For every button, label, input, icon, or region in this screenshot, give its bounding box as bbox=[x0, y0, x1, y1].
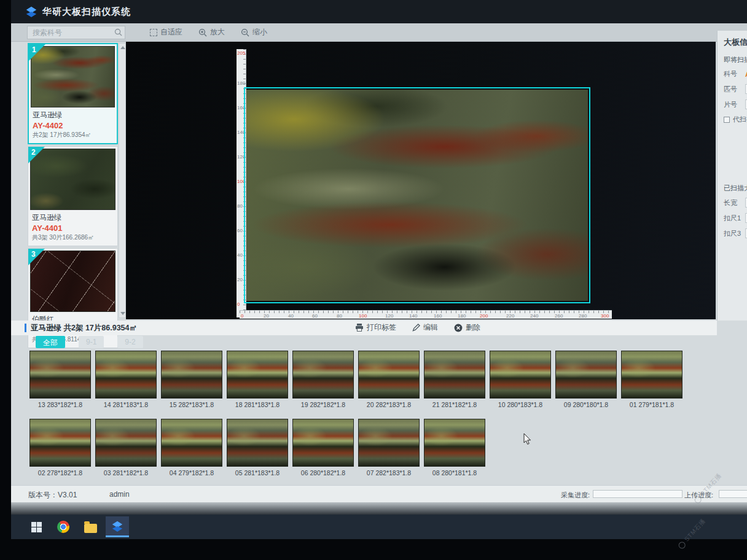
selection-rectangle[interactable] bbox=[244, 87, 590, 303]
delete-button[interactable]: 删除 bbox=[454, 322, 480, 333]
slab-thumbnail[interactable] bbox=[30, 149, 115, 210]
piece-thumbnail[interactable] bbox=[555, 351, 617, 399]
code-label: 科号 bbox=[724, 69, 742, 79]
zoom-out-button[interactable]: 缩小 bbox=[241, 27, 267, 37]
sidebar-scrollbar[interactable] bbox=[119, 43, 126, 318]
delete-icon bbox=[454, 324, 463, 332]
piece-thumbnail[interactable] bbox=[621, 351, 682, 399]
piece-thumbnail[interactable] bbox=[227, 419, 288, 467]
browser-taskbar-button[interactable] bbox=[52, 516, 75, 537]
chrome-icon bbox=[57, 521, 69, 533]
explorer-taskbar-button[interactable] bbox=[79, 516, 102, 537]
windows-icon bbox=[31, 522, 42, 532]
slab-name: 亚马逊绿 bbox=[30, 210, 115, 223]
slab-card-2[interactable]: 2 亚马逊绿 AY-4401 共3架 30片166.2686㎡ bbox=[28, 146, 118, 246]
edit-button[interactable]: 编辑 bbox=[412, 322, 438, 333]
piece-thumbnail[interactable] bbox=[358, 351, 420, 399]
toolbar: 自适应 放大 缩小 bbox=[11, 23, 747, 42]
piece-item[interactable]: 18 281*183*1.8 bbox=[227, 351, 288, 408]
zoom-out-icon bbox=[241, 28, 249, 37]
piece-item[interactable]: 20 282*183*1.8 bbox=[358, 351, 420, 408]
piece-thumbnail[interactable] bbox=[292, 419, 354, 467]
scan-canvas[interactable]: 205 180 160 140 120 100 80 60 40 20 0 0 … bbox=[126, 42, 716, 319]
section-next-scan: 即将扫描 bbox=[724, 55, 747, 64]
version-text: 版本号：V3.01 bbox=[28, 490, 77, 500]
piece-item[interactable]: 06 280*182*1.8 bbox=[292, 419, 354, 476]
app-logo-icon bbox=[26, 6, 37, 17]
tab-rack-1[interactable]: 9-1 bbox=[79, 336, 104, 348]
proxy-scan-checkbox[interactable] bbox=[724, 117, 730, 123]
piece-thumbnail[interactable] bbox=[292, 351, 354, 399]
status-bar: 版本号：V3.01 admin 采集进度: 上传进度: bbox=[11, 485, 747, 502]
zoom-in-button[interactable]: 放大 bbox=[198, 27, 225, 37]
slab-card-1[interactable]: 1 亚马逊绿 AY-4402 共2架 17片86.9354㎡ bbox=[28, 43, 118, 144]
deduct1-label: 扣尺1 bbox=[724, 214, 742, 223]
proxy-scan-label: 代扫描 bbox=[733, 115, 747, 124]
piece-thumbnail[interactable] bbox=[161, 351, 222, 399]
piece-item[interactable]: 05 281*183*1.8 bbox=[227, 419, 288, 476]
logged-in-user: admin bbox=[109, 490, 130, 499]
piece-thumbnail[interactable] bbox=[358, 419, 420, 467]
slab-info: 共2架 17片86.9354㎡ bbox=[31, 130, 115, 141]
slab-code: AY-4401 bbox=[30, 223, 115, 233]
piece-grid-row2: 02 278*182*1.8 03 281*182*1.8 04 279*182… bbox=[29, 419, 485, 476]
slab-info: 共3架 30片166.2686㎡ bbox=[30, 233, 115, 244]
slab-list: 1 亚马逊绿 AY-4402 共2架 17片86.9354㎡ 2 亚马逊绿 AY… bbox=[28, 43, 118, 350]
piece-thumbnail[interactable] bbox=[29, 419, 91, 467]
piece-thumbnail[interactable] bbox=[227, 351, 288, 399]
deduct3-label: 扣尺3 bbox=[724, 229, 742, 238]
rack-tabs: 全部 9-1 9-2 bbox=[36, 336, 143, 348]
piece-item[interactable]: 21 281*182*1.8 bbox=[424, 351, 485, 408]
piece-item[interactable]: 10 280*183*1.8 bbox=[490, 351, 551, 408]
piece-item[interactable]: 03 281*182*1.8 bbox=[95, 419, 157, 476]
horizontal-ruler: 0 20 40 60 80 100 120 140 160 180 200 22… bbox=[240, 310, 612, 319]
piece-item[interactable]: 15 282*183*1.8 bbox=[161, 351, 222, 408]
piece-grid-row1: 13 283*182*1.8 14 281*183*1.8 15 282*183… bbox=[29, 351, 682, 408]
scroll-up-icon[interactable] bbox=[120, 46, 125, 49]
piece-item[interactable]: 01 279*181*1.8 bbox=[621, 351, 682, 408]
start-button[interactable] bbox=[25, 516, 48, 537]
slab-thumbnail[interactable] bbox=[31, 46, 115, 107]
search-input[interactable] bbox=[27, 26, 125, 39]
search-box bbox=[27, 26, 125, 39]
piece-item[interactable]: 08 280*181*1.8 bbox=[424, 419, 485, 476]
piece-item[interactable]: 09 280*180*1.8 bbox=[555, 351, 617, 408]
piece-thumbnail[interactable] bbox=[490, 351, 551, 399]
piece-thumbnail[interactable] bbox=[424, 419, 485, 467]
scanner-app-taskbar-button[interactable] bbox=[106, 516, 129, 537]
piece-thumbnail[interactable] bbox=[161, 419, 222, 467]
piece-thumbnail[interactable] bbox=[424, 351, 485, 399]
search-icon bbox=[114, 28, 122, 36]
panel-title: 大板信息 bbox=[724, 37, 747, 48]
window-title: 华研大板扫描仪系统 bbox=[42, 6, 131, 18]
capture-progress-bar bbox=[593, 490, 682, 498]
titlebar: 华研大板扫描仪系统 bbox=[11, 0, 747, 23]
piece-item[interactable]: 14 281*183*1.8 bbox=[95, 351, 157, 408]
piece-item[interactable]: 07 282*183*1.8 bbox=[358, 419, 420, 476]
detail-title: 亚马逊绿 共2架 17片86.9354㎡ bbox=[31, 323, 137, 333]
accent-tick bbox=[25, 324, 26, 332]
piece-thumbnail[interactable] bbox=[95, 419, 157, 467]
batch-label: 匹号 bbox=[724, 85, 742, 94]
tab-rack-2[interactable]: 9-2 bbox=[117, 336, 143, 348]
piece-item[interactable]: 19 282*182*1.8 bbox=[292, 351, 354, 408]
folder-icon bbox=[84, 524, 97, 533]
monitor-screen: 华研大板扫描仪系统 自适应 放大 bbox=[11, 0, 747, 539]
piece-item[interactable]: 13 283*182*1.8 bbox=[29, 351, 91, 408]
windows-taskbar bbox=[11, 515, 747, 539]
piece-thumbnail[interactable] bbox=[29, 351, 91, 399]
piece-thumbnail[interactable] bbox=[95, 351, 157, 399]
app-logo-icon bbox=[112, 521, 123, 532]
detail-header: 亚马逊绿 共2架 17片86.9354㎡ 打印标签 编辑 bbox=[11, 321, 717, 335]
slab-thumbnail[interactable] bbox=[30, 251, 115, 312]
tab-all[interactable]: 全部 bbox=[36, 336, 65, 348]
piece-label: 片号 bbox=[724, 100, 742, 109]
scroll-down-icon[interactable] bbox=[120, 312, 125, 315]
capture-progress-label: 采集进度: bbox=[561, 491, 590, 500]
section-scanned: 已扫描大板 bbox=[724, 184, 747, 193]
piece-item[interactable]: 04 279*182*1.8 bbox=[161, 419, 222, 476]
print-label-button[interactable]: 打印标签 bbox=[355, 322, 396, 333]
piece-item[interactable]: 02 278*182*1.8 bbox=[29, 419, 91, 476]
fit-button[interactable]: 自适应 bbox=[150, 27, 182, 37]
fit-icon bbox=[150, 29, 157, 36]
